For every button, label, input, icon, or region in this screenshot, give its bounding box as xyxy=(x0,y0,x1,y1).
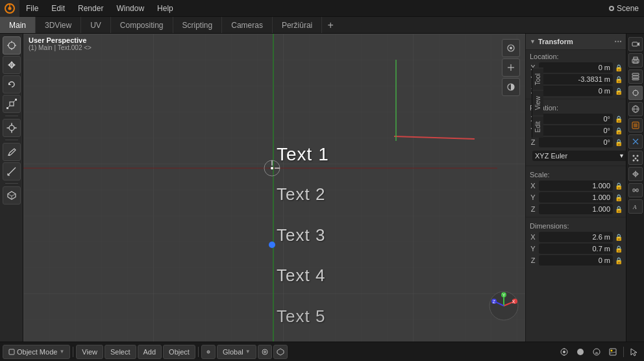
object-mode-selector[interactable]: Object Mode ▼ xyxy=(3,345,70,359)
view-gizmo-btn[interactable] xyxy=(502,58,520,77)
modifier-icon xyxy=(632,138,639,145)
material-mode-btn[interactable] xyxy=(589,345,604,359)
scale-y-lock[interactable]: 🔒 xyxy=(614,194,623,201)
solid-mode-btn[interactable] xyxy=(573,345,588,359)
side-tab-edit[interactable]: Edit xyxy=(532,116,543,138)
add-menu-btn[interactable]: Add xyxy=(138,345,162,359)
snap-icon xyxy=(277,348,284,356)
view-layer-btn[interactable] xyxy=(628,69,643,84)
rotation-z-label: Z xyxy=(528,138,538,146)
euler-mode-select[interactable]: XYZ Euler ▼ xyxy=(532,151,626,161)
printer-icon xyxy=(632,56,639,64)
particles-properties-btn[interactable] xyxy=(628,151,643,165)
object-menu-btn[interactable]: Object xyxy=(163,345,195,359)
svg-rect-12 xyxy=(10,64,12,66)
viewport-render-btn[interactable] xyxy=(557,345,571,359)
dimensions-z-field[interactable]: 0 m xyxy=(539,255,613,266)
sep-3 xyxy=(623,347,624,357)
constraints-properties-btn[interactable] xyxy=(628,183,643,197)
world-icon xyxy=(632,105,639,113)
data-properties-btn[interactable]: A xyxy=(628,199,643,214)
rotation-z-lock[interactable]: 🔒 xyxy=(614,139,623,146)
location-x-field[interactable]: 0 m xyxy=(539,62,613,73)
svg-marker-11 xyxy=(13,63,16,67)
view-shading-btn[interactable] xyxy=(502,78,520,96)
scale-z-field[interactable]: 1.000 xyxy=(539,204,613,214)
annotate-tool-btn[interactable] xyxy=(3,143,21,161)
menu-window[interactable]: Window xyxy=(110,0,151,16)
scale-z-lock[interactable]: 🔒 xyxy=(614,206,623,213)
view-menu-btn[interactable]: View xyxy=(76,345,103,359)
add-tool-btn[interactable] xyxy=(3,186,21,205)
dimensions-x-lock[interactable]: 🔒 xyxy=(614,234,623,241)
scene-properties-btn[interactable] xyxy=(628,86,643,100)
rotation-y-field[interactable]: 0° xyxy=(539,125,613,136)
cursor-tool-btn[interactable] xyxy=(3,36,21,55)
material-icon xyxy=(592,347,601,356)
render-properties-btn[interactable] xyxy=(628,37,643,51)
physics-properties-btn[interactable] xyxy=(628,167,643,181)
tab-3dview[interactable]: 3DView xyxy=(36,17,81,33)
tab-compositing[interactable]: Compositing xyxy=(111,17,173,33)
select-menu-btn[interactable]: Select xyxy=(105,345,136,359)
tab-scripting[interactable]: Scripting xyxy=(173,17,223,33)
snap-btn[interactable] xyxy=(273,345,288,359)
side-tab-view[interactable]: View xyxy=(532,90,543,116)
dimensions-y-lock[interactable]: 🔒 xyxy=(614,245,623,253)
scale-x-lock[interactable]: 🔒 xyxy=(614,182,623,190)
shading-icon xyxy=(506,82,515,92)
gizmo-svg: X Y Z xyxy=(488,290,520,322)
location-z-field[interactable]: 0 m xyxy=(539,86,613,96)
tab-uv[interactable]: UV xyxy=(81,17,111,33)
properties-panel-icons: A xyxy=(626,34,644,342)
transform-tool-btn[interactable] xyxy=(3,119,21,137)
rendered-mode-btn[interactable] xyxy=(606,345,620,359)
rotate-tool-btn[interactable] xyxy=(3,75,21,93)
svg-point-1 xyxy=(8,6,12,10)
orientation-gizmo[interactable]: X Y Z xyxy=(488,290,520,322)
dimensions-y-field[interactable]: 0.7 m xyxy=(539,243,613,254)
svg-point-78 xyxy=(634,158,636,160)
move-tool-btn[interactable] xyxy=(3,56,21,74)
transform-orientation-btn[interactable]: Global ▼ xyxy=(217,345,256,359)
transform-pivot-btn[interactable] xyxy=(201,345,216,359)
menu-help[interactable]: Help xyxy=(151,0,180,16)
rotation-z-field[interactable]: 0° xyxy=(539,137,613,147)
measure-tool-btn[interactable] xyxy=(3,162,21,180)
modifier-properties-btn[interactable] xyxy=(628,134,643,149)
location-z-lock[interactable]: 🔒 xyxy=(614,88,623,95)
svg-rect-64 xyxy=(632,76,639,78)
scale-y-field[interactable]: 1.000 xyxy=(539,192,613,203)
physics-icon xyxy=(632,170,639,178)
location-y-field[interactable]: -3.3831 m xyxy=(539,74,613,84)
scale-tool-btn[interactable] xyxy=(3,95,21,113)
world-properties-btn[interactable] xyxy=(628,102,643,116)
rotation-x-field[interactable]: 0° xyxy=(539,114,613,124)
menu-file[interactable]: File xyxy=(19,0,45,16)
panel-options-btn[interactable]: ··· xyxy=(614,36,622,47)
location-y-lock[interactable]: 🔒 xyxy=(614,76,623,83)
tab-cameras[interactable]: Cameras xyxy=(222,17,273,33)
tab-perziurai[interactable]: Peržiūrai xyxy=(273,17,322,33)
viewport-3d[interactable]: Text 1 Text 2 Text 3 Text 4 Text 5 User … xyxy=(23,34,525,342)
object-properties-btn[interactable] xyxy=(628,118,643,132)
proportional-edit-btn[interactable] xyxy=(258,345,272,359)
dimensions-x-field[interactable]: 2.6 m xyxy=(539,232,613,242)
scale-x-field[interactable]: 1.000 xyxy=(539,180,613,191)
menu-render[interactable]: Render xyxy=(71,0,110,16)
status-icons xyxy=(557,345,641,359)
pivot-icon xyxy=(204,348,212,356)
main-area: Text 1 Text 2 Text 3 Text 4 Text 5 User … xyxy=(0,34,644,342)
dimensions-z-lock[interactable]: 🔒 xyxy=(614,257,623,264)
side-tab-tool[interactable]: Tool xyxy=(532,68,543,90)
menu-edit[interactable]: Edit xyxy=(45,0,71,16)
location-x-lock[interactable]: 🔒 xyxy=(614,64,623,71)
rotation-y-lock[interactable]: 🔒 xyxy=(614,127,623,134)
rotation-x-lock[interactable]: 🔒 xyxy=(614,116,623,123)
output-properties-btn[interactable] xyxy=(628,53,643,68)
tab-main[interactable]: Main xyxy=(0,17,36,33)
scene-selector[interactable]: Scene xyxy=(609,4,644,13)
svg-point-90 xyxy=(208,351,209,353)
view-overlay-btn[interactable] xyxy=(502,39,520,57)
add-workspace-tab[interactable]: + xyxy=(322,19,339,31)
